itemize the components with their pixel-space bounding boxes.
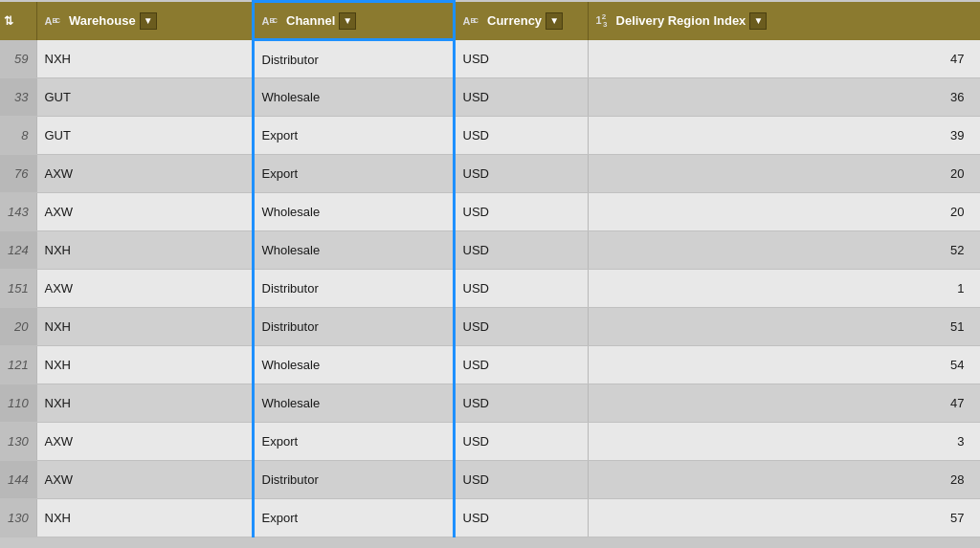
currency-cell: USD	[454, 193, 588, 231]
currency-cell: USD	[454, 423, 588, 461]
delivery-cell: 1	[588, 270, 980, 308]
row-index: 130	[0, 499, 36, 537]
row-index: 33	[0, 78, 36, 117]
warehouse-header-label: Warehouse	[69, 13, 136, 28]
currency-cell: USD	[454, 78, 588, 117]
table-row: 121 NXH Wholesale USD 54	[0, 346, 980, 384]
row-index: 124	[0, 231, 36, 270]
delivery-cell: 3	[588, 423, 980, 461]
currency-cell: USD	[454, 499, 588, 537]
delivery-header-label: Delivery Region Index	[616, 13, 746, 28]
channel-cell: Distributor	[253, 40, 454, 78]
currency-cell: USD	[454, 231, 588, 270]
currency-cell: USD	[454, 117, 588, 155]
warehouse-cell: AXW	[36, 155, 253, 193]
channel-cell: Export	[253, 155, 454, 193]
channel-cell: Wholesale	[253, 78, 454, 117]
warehouse-cell: NXH	[36, 346, 253, 384]
delivery-cell: 54	[588, 346, 980, 384]
currency-cell: USD	[454, 40, 588, 78]
table-row: 130 NXH Export USD 57	[0, 499, 980, 537]
warehouse-cell: GUT	[36, 117, 253, 155]
delivery-cell: 36	[588, 78, 980, 117]
table-row: 20 NXH Distributor USD 51	[0, 308, 980, 346]
channel-cell: Wholesale	[253, 231, 454, 270]
table-row: 8 GUT Export USD 39	[0, 117, 980, 155]
warehouse-cell: NXH	[36, 499, 253, 537]
currency-dropdown[interactable]: ▼	[546, 12, 563, 30]
currency-type-icon: ABC	[463, 15, 482, 27]
channel-dropdown[interactable]: ▼	[339, 12, 356, 30]
row-index: 110	[0, 384, 36, 423]
currency-cell: USD	[454, 270, 588, 308]
channel-cell: Distributor	[253, 270, 454, 308]
warehouse-cell: GUT	[36, 78, 253, 117]
channel-cell: Distributor	[253, 461, 454, 499]
sort-icon[interactable]: ⇅	[4, 14, 13, 28]
warehouse-type-icon: ABC	[45, 15, 64, 27]
warehouse-cell: NXH	[36, 40, 253, 78]
warehouse-cell: AXW	[36, 193, 253, 231]
table-row: 33 GUT Wholesale USD 36	[0, 78, 980, 117]
delivery-cell: 20	[588, 155, 980, 193]
currency-cell: USD	[454, 461, 588, 499]
channel-cell: Wholesale	[253, 346, 454, 384]
table-row: 110 NXH Wholesale USD 47	[0, 384, 980, 423]
table-row: 144 AXW Distributor USD 28	[0, 461, 980, 499]
table-row: 124 NXH Wholesale USD 52	[0, 231, 980, 270]
delivery-cell: 47	[588, 384, 980, 423]
channel-type-icon: ABC	[262, 15, 281, 27]
delivery-dropdown[interactable]: ▼	[749, 12, 767, 30]
warehouse-dropdown[interactable]: ▼	[140, 12, 157, 30]
channel-cell: Export	[253, 117, 454, 155]
warehouse-cell: AXW	[36, 461, 253, 499]
warehouse-cell: NXH	[36, 231, 253, 270]
index-column-header: ⇅	[0, 2, 36, 40]
table-row: 143 AXW Wholesale USD 20	[0, 193, 980, 231]
currency-cell: USD	[454, 155, 588, 193]
table-row: 151 AXW Distributor USD 1	[0, 270, 980, 308]
row-index: 144	[0, 461, 36, 499]
channel-cell: Wholesale	[253, 384, 454, 423]
currency-header-label: Currency	[487, 13, 542, 28]
warehouse-column-header: ABC Warehouse ▼	[36, 2, 253, 40]
row-index: 8	[0, 117, 36, 155]
table-row: 130 AXW Export USD 3	[0, 423, 980, 461]
table-row: 76 AXW Export USD 20	[0, 155, 980, 193]
channel-cell: Wholesale	[253, 193, 454, 231]
currency-cell: USD	[454, 308, 588, 346]
row-index: 143	[0, 193, 36, 231]
data-table: ⇅ ABC Warehouse ▼ ABC Channel ▼	[0, 0, 980, 548]
warehouse-cell: AXW	[36, 270, 253, 308]
channel-header-label: Channel	[286, 13, 335, 28]
currency-cell: USD	[454, 346, 588, 384]
currency-cell: USD	[454, 384, 588, 423]
warehouse-cell: NXH	[36, 308, 253, 346]
currency-column-header: ABC Currency ▼	[454, 2, 588, 40]
table-row: 59 NXH Distributor USD 47	[0, 40, 980, 78]
row-index: 20	[0, 308, 36, 346]
channel-column-header: ABC Channel ▼	[253, 2, 454, 40]
delivery-type-icon: 123	[596, 12, 611, 29]
row-index: 59	[0, 40, 36, 78]
channel-cell: Export	[253, 423, 454, 461]
channel-cell: Export	[253, 499, 454, 537]
delivery-column-header: 123 Delivery Region Index ▼	[588, 2, 980, 40]
row-index: 151	[0, 270, 36, 308]
warehouse-cell: NXH	[36, 384, 253, 423]
delivery-cell: 39	[588, 117, 980, 155]
warehouse-cell: AXW	[36, 423, 253, 461]
delivery-cell: 47	[588, 40, 980, 78]
delivery-cell: 20	[588, 193, 980, 231]
delivery-cell: 28	[588, 461, 980, 499]
row-index: 76	[0, 155, 36, 193]
row-index: 121	[0, 346, 36, 384]
delivery-cell: 52	[588, 231, 980, 270]
delivery-cell: 57	[588, 499, 980, 537]
delivery-cell: 51	[588, 308, 980, 346]
channel-cell: Distributor	[253, 308, 454, 346]
row-index: 130	[0, 423, 36, 461]
